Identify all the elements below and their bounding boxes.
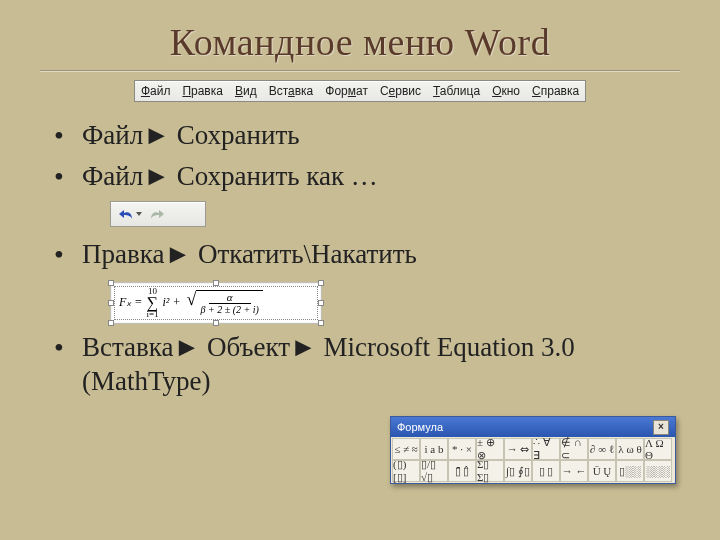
bullet-item-2: Файл► Сохранить как …	[54, 159, 686, 194]
eq-tmpl-subscript[interactable]: ▯̄ ▯̂	[448, 460, 476, 482]
undo-icon	[118, 208, 134, 220]
menu-format[interactable]: Формат	[325, 84, 368, 98]
undo-redo-toolbar	[110, 201, 206, 227]
menu-file[interactable]: Файл	[141, 84, 171, 98]
eq-tmpl-integral[interactable]: ∫▯ ∮▯	[504, 460, 532, 482]
bullet-list: Файл► Сохранить Файл► Сохранить как … Пр…	[0, 118, 720, 399]
eq-palette-arrows[interactable]: → ⇔	[504, 438, 532, 460]
eq-tmpl-products[interactable]: Ū Ų	[588, 460, 616, 482]
eq-tmpl-overbar[interactable]: ▯ ▯	[532, 460, 560, 482]
undo-button[interactable]	[115, 205, 137, 223]
eq-palette-embellish[interactable]: * · ×	[448, 438, 476, 460]
menu-help[interactable]: Справка	[532, 84, 579, 98]
equation-toolbar-window[interactable]: Формула × ≤ ≠ ≈ i a b * · × ± ⊕ ⊗ → ⇔ ∴ …	[390, 416, 676, 484]
menu-table[interactable]: Таблица	[433, 84, 480, 98]
menu-edit[interactable]: Правка	[182, 84, 223, 98]
slide: Командное меню Word Файл Правка Вид Вста…	[0, 0, 720, 540]
eq-palette-relational[interactable]: ≤ ≠ ≈	[392, 438, 420, 460]
eq-palette-logical[interactable]: ∴ ∀ ∃	[532, 438, 560, 460]
bullet-item-4: Вставка► Объект► Microsoft Equation 3.0 …	[54, 330, 686, 399]
menu-window[interactable]: Окно	[492, 84, 520, 98]
equation-content: Fₓ = 10 ∑ i=1 i² + √ α β + 2 ± (2 + i)	[114, 286, 318, 320]
equation-toolbar-rows: ≤ ≠ ≈ i a b * · × ± ⊕ ⊗ → ⇔ ∴ ∀ ∃ ∉ ∩ ⊂ …	[391, 437, 675, 483]
bullet-item-1: Файл► Сохранить	[54, 118, 686, 153]
eq-tmpl-fractions[interactable]: ▯/▯ √▯	[420, 460, 448, 482]
eq-lhs: Fₓ =	[119, 295, 142, 310]
menu-view[interactable]: Вид	[235, 84, 257, 98]
redo-icon	[149, 208, 165, 220]
equation-toolbar-titlebar[interactable]: Формула ×	[391, 417, 675, 437]
equation-toolbar-title: Формула	[397, 421, 443, 433]
radical-icon: √	[187, 290, 197, 316]
eq-palette-greek-up[interactable]: Λ Ω Θ	[644, 438, 672, 460]
eq-palette-misc[interactable]: ∂ ∞ ℓ	[588, 438, 616, 460]
redo-button[interactable]	[146, 205, 168, 223]
eq-tmpl-sum[interactable]: Σ▯ Σ▯	[476, 460, 504, 482]
divider	[40, 70, 680, 72]
bullet-item-3: Правка► Откатить\Накатить	[54, 237, 686, 272]
eq-sqrt: √ α β + 2 ± (2 + i)	[187, 290, 263, 316]
eq-row-1: ≤ ≠ ≈ i a b * · × ± ⊕ ⊗ → ⇔ ∴ ∀ ∃ ∉ ∩ ⊂ …	[392, 438, 674, 460]
menu-insert[interactable]: Вставка	[269, 84, 314, 98]
close-icon[interactable]: ×	[653, 420, 669, 435]
page-title: Командное меню Word	[0, 0, 720, 64]
eq-row-2: (▯) [▯] ▯/▯ √▯ ▯̄ ▯̂ Σ▯ Σ▯ ∫▯ ∮▯ ▯ ▯ → ←…	[392, 460, 674, 482]
eq-tmpl-fences[interactable]: (▯) [▯]	[392, 460, 420, 482]
sigma-icon: ∑	[147, 296, 158, 310]
menu-tools[interactable]: Сервис	[380, 84, 421, 98]
eq-sum: 10 ∑ i=1	[146, 287, 158, 319]
eq-tmpl-matrix[interactable]: ▯░░	[616, 460, 644, 482]
menubar-image: Файл Правка Вид Вставка Формат Сервис Та…	[0, 80, 720, 102]
eq-palette-greek-low[interactable]: λ ω θ	[616, 438, 644, 460]
eq-palette-spaces[interactable]: i a b	[420, 438, 448, 460]
eq-palette-set[interactable]: ∉ ∩ ⊂	[560, 438, 588, 460]
eq-palette-operators[interactable]: ± ⊕ ⊗	[476, 438, 504, 460]
word-menubar: Файл Правка Вид Вставка Формат Сервис Та…	[134, 80, 586, 102]
undo-dropdown-icon[interactable]	[136, 212, 142, 216]
eq-term: i² +	[163, 295, 181, 310]
eq-tmpl-matrix2[interactable]: ░░░	[644, 460, 672, 482]
equation-object[interactable]: Fₓ = 10 ∑ i=1 i² + √ α β + 2 ± (2 + i)	[110, 282, 322, 324]
eq-tmpl-arrows[interactable]: → ←	[560, 460, 588, 482]
